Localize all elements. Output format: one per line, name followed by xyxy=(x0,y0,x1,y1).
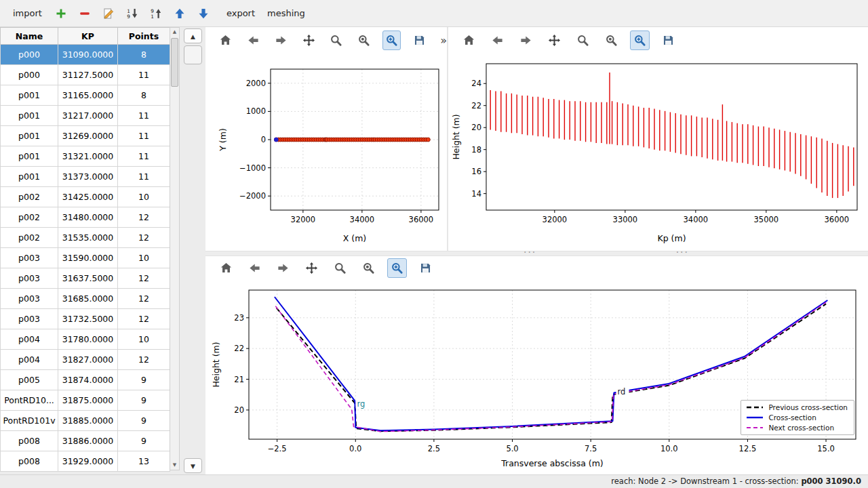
zoom-dot-button[interactable] xyxy=(601,30,621,50)
pan-button[interactable] xyxy=(545,30,564,50)
table-cell: 31827.0000 xyxy=(58,350,118,370)
table-cell: PontRD10... xyxy=(1,390,58,411)
zoom-rect-button[interactable] xyxy=(382,30,401,50)
remove-button[interactable] xyxy=(76,5,94,22)
svg-text:1000: 1000 xyxy=(246,106,266,116)
scroll-down-button[interactable]: ▼ xyxy=(170,461,179,470)
meshing-button[interactable]: meshing xyxy=(261,5,311,21)
zoom-dot-button[interactable] xyxy=(359,258,378,278)
export-button[interactable]: export xyxy=(220,5,261,21)
zoom-button[interactable] xyxy=(573,30,593,50)
save-button[interactable] xyxy=(416,258,435,278)
table-row[interactable]: p00031090.00008 xyxy=(1,45,170,65)
cross-section-chart[interactable]: rgrd−2.50.02.55.07.510.012.515.020212223… xyxy=(205,279,868,479)
zoom-rect-button[interactable] xyxy=(630,30,650,50)
longitudinal-profile-chart[interactable]: 3200033000340003500036000141618202224Kp … xyxy=(448,53,868,253)
table-row[interactable]: p00131165.00008 xyxy=(1,85,170,106)
toolbar-overflow-button[interactable]: » xyxy=(440,34,447,47)
home-button[interactable] xyxy=(216,258,236,278)
svg-text:35000: 35000 xyxy=(754,215,779,224)
table-cell: 31217.0000 xyxy=(58,106,118,126)
table-cell: p004 xyxy=(1,329,58,350)
table-cell: p003 xyxy=(1,309,58,329)
table-row[interactable]: p00131269.000011 xyxy=(1,126,170,146)
forward-button[interactable] xyxy=(272,30,291,50)
table-cell: 10 xyxy=(118,187,170,207)
zoom-rect-button[interactable] xyxy=(387,258,407,278)
table-row[interactable]: p00031127.500011 xyxy=(1,65,170,85)
toolbar-icon-group: 1991 xyxy=(52,5,212,22)
plots-area: » 320003400036000−2000−1000010002000X (m… xyxy=(205,27,868,474)
table-row[interactable]: p00331732.500012 xyxy=(1,309,170,329)
table-row[interactable]: PontRD10...31875.00009 xyxy=(1,390,170,411)
zoom-dot-button[interactable] xyxy=(355,30,374,50)
back-button[interactable] xyxy=(245,258,264,278)
table-cell: 31165.0000 xyxy=(58,85,118,106)
plan-view-chart[interactable]: 320003400036000−2000−1000010002000X (m)Y… xyxy=(205,53,447,253)
column-header[interactable]: KP xyxy=(58,28,118,45)
home-button[interactable] xyxy=(459,30,479,50)
table-row[interactable]: p00231425.000010 xyxy=(1,187,170,207)
table-row[interactable]: p00231535.000012 xyxy=(1,228,170,248)
table-row[interactable]: p00131217.000011 xyxy=(1,106,170,126)
scrollbar-thumb[interactable] xyxy=(184,45,202,64)
table-row[interactable]: p00331590.000010 xyxy=(1,248,170,268)
svg-text:18: 18 xyxy=(471,145,481,155)
forward-button[interactable] xyxy=(516,30,536,50)
table-scrollbar[interactable]: ▲ ▼ xyxy=(170,27,180,470)
table-cell: p001 xyxy=(1,126,58,146)
zoom-button[interactable] xyxy=(327,30,346,50)
save-button[interactable] xyxy=(410,30,429,50)
table-row[interactable]: p00431827.000012 xyxy=(1,350,170,370)
table-row[interactable]: PontRD101v31885.00009 xyxy=(1,411,170,431)
cross-section-panel: rgrd−2.50.02.55.07.510.012.515.020212223… xyxy=(205,256,868,476)
back-button[interactable] xyxy=(244,30,263,50)
sort-asc-icon: 91 xyxy=(150,7,162,20)
table-row[interactable]: p00531874.00009 xyxy=(1,370,170,390)
table-cell: 31127.5000 xyxy=(58,65,118,85)
svg-text:Height (m): Height (m) xyxy=(211,342,221,387)
table-row[interactable]: p00331637.500012 xyxy=(1,268,170,289)
table-cell: p002 xyxy=(1,207,58,228)
back-icon xyxy=(248,262,261,274)
svg-text:9: 9 xyxy=(151,7,154,14)
forward-button[interactable] xyxy=(273,258,293,278)
svg-text:21: 21 xyxy=(234,375,244,384)
table-row[interactable]: p00831886.00009 xyxy=(1,431,170,451)
import-button[interactable]: import xyxy=(7,5,48,21)
sort-desc-button[interactable]: 19 xyxy=(123,5,141,22)
table-row[interactable]: p00231480.000012 xyxy=(1,207,170,228)
table-row[interactable]: p00331685.000012 xyxy=(1,289,170,309)
column-header[interactable]: Name xyxy=(1,28,58,45)
home-button[interactable] xyxy=(216,30,235,50)
table-row[interactable]: p00131373.000011 xyxy=(1,167,170,187)
move-up-button[interactable] xyxy=(171,5,189,22)
sort-asc-button[interactable]: 91 xyxy=(147,5,165,22)
horizontal-splitter[interactable]: ··· ··· xyxy=(205,251,868,256)
plot-toolbar xyxy=(205,256,868,279)
panel-scrollbar[interactable]: ▲ ▼ xyxy=(184,28,202,473)
back-icon xyxy=(247,34,260,47)
scroll-down-button[interactable]: ▼ xyxy=(184,458,202,473)
column-header[interactable]: Points xyxy=(118,28,170,45)
table-cell: p003 xyxy=(1,248,58,268)
svg-text:24: 24 xyxy=(471,79,481,88)
svg-text:0.0: 0.0 xyxy=(349,444,361,453)
table-row[interactable]: p00131321.000011 xyxy=(1,146,170,167)
table-row[interactable]: p00431780.000010 xyxy=(1,329,170,350)
zoom-button[interactable] xyxy=(330,258,350,278)
add-button[interactable] xyxy=(52,5,70,22)
back-button[interactable] xyxy=(488,30,507,50)
scroll-up-button[interactable]: ▲ xyxy=(170,28,179,37)
table-row[interactable]: p00831929.000013 xyxy=(1,451,170,472)
pan-button[interactable] xyxy=(299,30,318,50)
edit-button[interactable] xyxy=(100,5,117,22)
scrollbar-thumb[interactable] xyxy=(171,38,178,87)
table-cell: 31480.0000 xyxy=(58,207,118,228)
table-cell: 12 xyxy=(118,350,170,370)
move-down-button[interactable] xyxy=(195,5,212,22)
scroll-up-button[interactable]: ▲ xyxy=(184,28,202,43)
pan-button[interactable] xyxy=(302,258,321,278)
save-button[interactable] xyxy=(658,30,678,50)
edit-icon xyxy=(102,7,115,20)
